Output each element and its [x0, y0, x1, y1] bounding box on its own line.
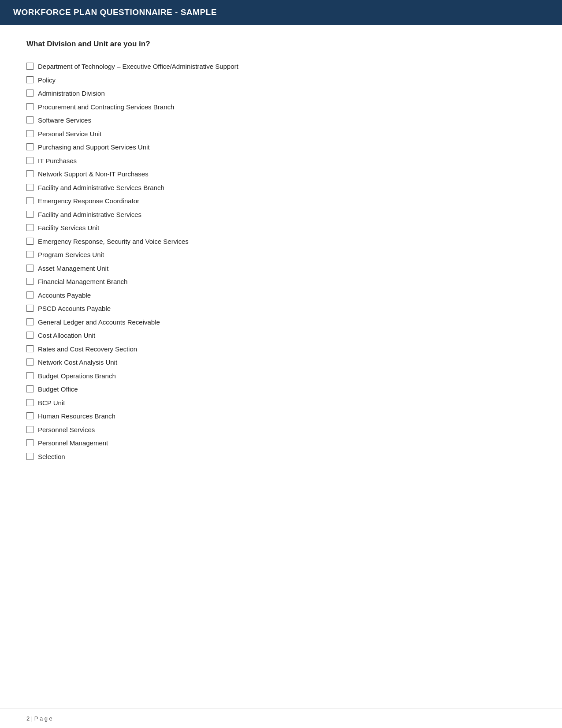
checkbox-8[interactable]	[26, 157, 33, 164]
list-item: Emergency Response, Security and Voice S…	[26, 237, 536, 247]
footer: 2 | P a g e	[0, 709, 562, 728]
list-item: Selection	[26, 452, 536, 462]
list-item: Facility and Administrative Services	[26, 210, 536, 220]
item-label: Financial Management Branch	[38, 277, 127, 287]
item-label: BCP Unit	[38, 398, 65, 408]
checkbox-4[interactable]	[26, 103, 33, 110]
checkbox-21[interactable]	[26, 332, 33, 339]
list-item: Budget Operations Branch	[26, 371, 536, 381]
checkbox-16[interactable]	[26, 265, 33, 272]
list-item: Personnel Management	[26, 438, 536, 448]
checkbox-27[interactable]	[26, 412, 33, 419]
checkbox-14[interactable]	[26, 238, 33, 245]
item-label: Asset Management Unit	[38, 264, 108, 274]
item-label: Department of Technology – Executive Off…	[38, 62, 238, 72]
item-label: Human Resources Branch	[38, 411, 115, 422]
list-item: Human Resources Branch	[26, 411, 536, 422]
list-item: Software Services	[26, 116, 536, 126]
item-label: Facility and Administrative Services Bra…	[38, 183, 164, 193]
item-label: Selection	[38, 452, 65, 462]
checkbox-5[interactable]	[26, 116, 33, 123]
item-label: IT Purchases	[38, 156, 77, 166]
checkbox-30[interactable]	[26, 453, 33, 460]
checkbox-19[interactable]	[26, 305, 33, 312]
list-item: Purchasing and Support Services Unit	[26, 142, 536, 153]
checkbox-9[interactable]	[26, 170, 33, 177]
page-number: 2 | P a g e	[26, 715, 52, 722]
list-item: Rates and Cost Recovery Section	[26, 344, 536, 355]
list-item: Cost Allocation Unit	[26, 331, 536, 341]
checkbox-20[interactable]	[26, 318, 33, 325]
checkbox-18[interactable]	[26, 291, 33, 299]
item-label: Cost Allocation Unit	[38, 331, 95, 341]
item-label: Personnel Services	[38, 425, 95, 435]
list-item: Facility Services Unit	[26, 223, 536, 233]
list-item: Network Cost Analysis Unit	[26, 358, 536, 368]
checkbox-29[interactable]	[26, 439, 33, 446]
checkbox-2[interactable]	[26, 76, 33, 83]
list-item: Emergency Response Coordinator	[26, 196, 536, 206]
checkbox-10[interactable]	[26, 184, 33, 191]
list-item: PSCD Accounts Payable	[26, 304, 536, 314]
list-item: Procurement and Contracting Services Bra…	[26, 102, 536, 112]
checkbox-15[interactable]	[26, 251, 33, 258]
list-item: Facility and Administrative Services Bra…	[26, 183, 536, 193]
list-item: Personnel Services	[26, 425, 536, 435]
item-label: Personnel Management	[38, 438, 108, 448]
item-label: Network Cost Analysis Unit	[38, 358, 117, 368]
checkbox-11[interactable]	[26, 197, 33, 204]
item-label: Program Services Unit	[38, 250, 104, 260]
list-item: Budget Office	[26, 385, 536, 395]
checkbox-26[interactable]	[26, 399, 33, 406]
checkbox-17[interactable]	[26, 278, 33, 285]
item-label: Facility Services Unit	[38, 223, 99, 233]
item-label: Procurement and Contracting Services Bra…	[38, 102, 174, 112]
item-label: Emergency Response Coordinator	[38, 196, 139, 206]
item-label: Facility and Administrative Services	[38, 210, 141, 220]
checklist: Department of Technology – Executive Off…	[26, 62, 536, 462]
item-label: Policy	[38, 75, 56, 86]
list-item: Network Support & Non-IT Purchases	[26, 169, 536, 179]
checkbox-1[interactable]	[26, 63, 33, 70]
item-label: Administration Division	[38, 89, 105, 99]
question-title: What Division and Unit are you in?	[26, 38, 536, 50]
checkbox-25[interactable]	[26, 385, 33, 392]
list-item: Financial Management Branch	[26, 277, 536, 287]
item-label: Personal Service Unit	[38, 129, 101, 139]
list-item: Personal Service Unit	[26, 129, 536, 139]
checkbox-3[interactable]	[26, 90, 33, 97]
list-item: Accounts Payable	[26, 291, 536, 301]
list-item: IT Purchases	[26, 156, 536, 166]
checkbox-12[interactable]	[26, 211, 33, 218]
item-label: Software Services	[38, 116, 91, 126]
checkbox-23[interactable]	[26, 358, 33, 366]
header-title: WORKFORCE PLAN QUESTIONNAIRE - SAMPLE	[13, 7, 217, 17]
item-label: Network Support & Non-IT Purchases	[38, 169, 149, 179]
item-label: Purchasing and Support Services Unit	[38, 142, 149, 153]
item-label: General Ledger and Accounts Receivable	[38, 317, 160, 328]
page: WORKFORCE PLAN QUESTIONNAIRE - SAMPLE Wh…	[0, 0, 562, 728]
checkbox-7[interactable]	[26, 143, 33, 150]
list-item: General Ledger and Accounts Receivable	[26, 317, 536, 328]
item-label: Rates and Cost Recovery Section	[38, 344, 137, 355]
main-content: What Division and Unit are you in? Depar…	[0, 25, 562, 483]
checkbox-22[interactable]	[26, 345, 33, 352]
list-item: Department of Technology – Executive Off…	[26, 62, 536, 72]
list-item: Program Services Unit	[26, 250, 536, 260]
list-item: Policy	[26, 75, 536, 86]
list-item: BCP Unit	[26, 398, 536, 408]
checkbox-28[interactable]	[26, 426, 33, 433]
header-bar: WORKFORCE PLAN QUESTIONNAIRE - SAMPLE	[0, 0, 562, 25]
list-item: Asset Management Unit	[26, 264, 536, 274]
item-label: Budget Operations Branch	[38, 371, 116, 381]
item-label: Emergency Response, Security and Voice S…	[38, 237, 189, 247]
item-label: Accounts Payable	[38, 291, 91, 301]
list-item: Administration Division	[26, 89, 536, 99]
item-label: PSCD Accounts Payable	[38, 304, 111, 314]
checkbox-6[interactable]	[26, 130, 33, 137]
item-label: Budget Office	[38, 385, 78, 395]
checkbox-13[interactable]	[26, 224, 33, 231]
checkbox-24[interactable]	[26, 372, 33, 379]
